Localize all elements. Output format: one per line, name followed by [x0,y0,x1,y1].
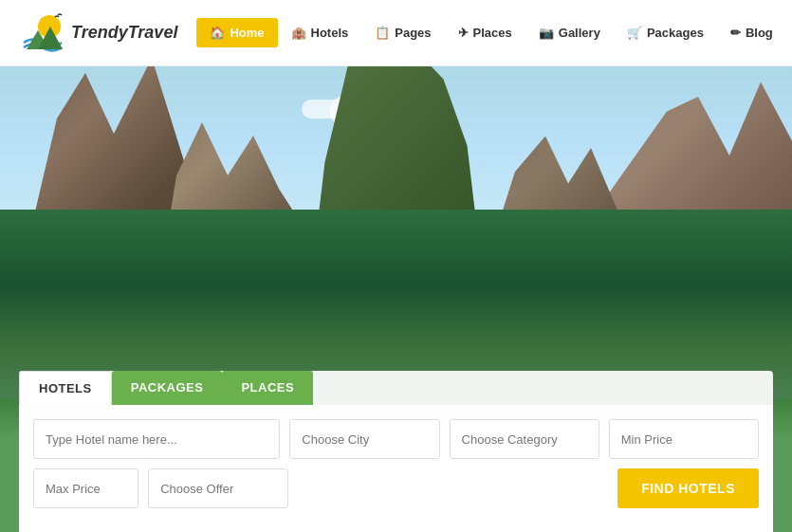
nav-item-pages[interactable]: 📋 Pages [361,18,444,47]
category-dropdown-wrapper: ▼ [450,419,599,459]
search-row-2: ▼ ▼ FIND HOTELS [33,468,759,508]
nav-item-shortcodes[interactable]: 🖥 Shortcodes [786,18,792,47]
find-hotels-label: FIND HOTELS [641,481,735,496]
header: TrendyTravel 🏠 Home 🏨 Hotels 📋 Pages ✈ P… [0,0,792,66]
nav-item-blog[interactable]: ✏ Blog [717,18,786,47]
find-hotels-button[interactable]: FIND HOTELS [617,468,759,508]
nav-label-pages: Pages [395,26,431,40]
packages-icon: 🛒 [627,26,642,40]
offer-input[interactable] [149,469,288,507]
pages-icon: 📋 [375,26,390,40]
nav-item-gallery[interactable]: 📷 Gallery [525,18,614,47]
tab-packages[interactable]: PACKAGES [112,371,223,405]
places-icon: ✈ [458,26,469,40]
nav-label-packages: Packages [647,26,704,40]
tab-hotels[interactable]: HOTELS [19,371,112,405]
blog-icon: ✏ [730,26,741,40]
tab-places-label: PLACES [241,380,294,394]
city-input[interactable] [290,420,439,458]
search-tabs: HOTELS PACKAGES PLACES [19,371,773,405]
main-nav: 🏠 Home 🏨 Hotels 📋 Pages ✈ Places 📷 Galle… [196,18,792,47]
nav-label-places: Places [473,26,512,40]
tab-hotels-label: HOTELS [39,381,92,395]
home-icon: 🏠 [210,26,225,40]
gallery-icon: 📷 [539,26,554,40]
logo-image [19,9,71,57]
offer-dropdown-wrapper: ▼ [148,468,288,508]
max-price-dropdown-wrapper: ▼ [33,468,138,508]
nav-label-blog: Blog [746,26,773,40]
min-price-dropdown-wrapper: ▼ [609,419,759,459]
hotel-name-input[interactable] [33,419,280,459]
hero-section: HOTELS PACKAGES PLACES ▼ [0,66,792,532]
hotels-icon: 🏨 [291,26,306,40]
nav-label-gallery: Gallery [559,26,600,40]
search-form: ▼ ▼ ▼ [19,405,773,532]
nav-label-hotels: Hotels [311,26,349,40]
category-input[interactable] [451,420,599,458]
nav-item-home[interactable]: 🏠 Home [196,18,277,47]
tab-packages-label: PACKAGES [131,380,204,394]
tab-places[interactable]: PLACES [222,371,313,405]
logo[interactable]: TrendyTravel [19,9,177,57]
max-price-input[interactable] [34,469,138,507]
nav-item-places[interactable]: ✈ Places [445,18,525,47]
logo-text: TrendyTravel [71,23,177,43]
search-row-1: ▼ ▼ ▼ [33,419,759,459]
nav-item-packages[interactable]: 🛒 Packages [614,18,717,47]
min-price-input[interactable] [610,420,759,458]
nav-label-home: Home [230,26,264,40]
city-dropdown-wrapper: ▼ [289,419,439,459]
search-panel: HOTELS PACKAGES PLACES ▼ [19,371,773,532]
nav-item-hotels[interactable]: 🏨 Hotels [278,18,362,47]
